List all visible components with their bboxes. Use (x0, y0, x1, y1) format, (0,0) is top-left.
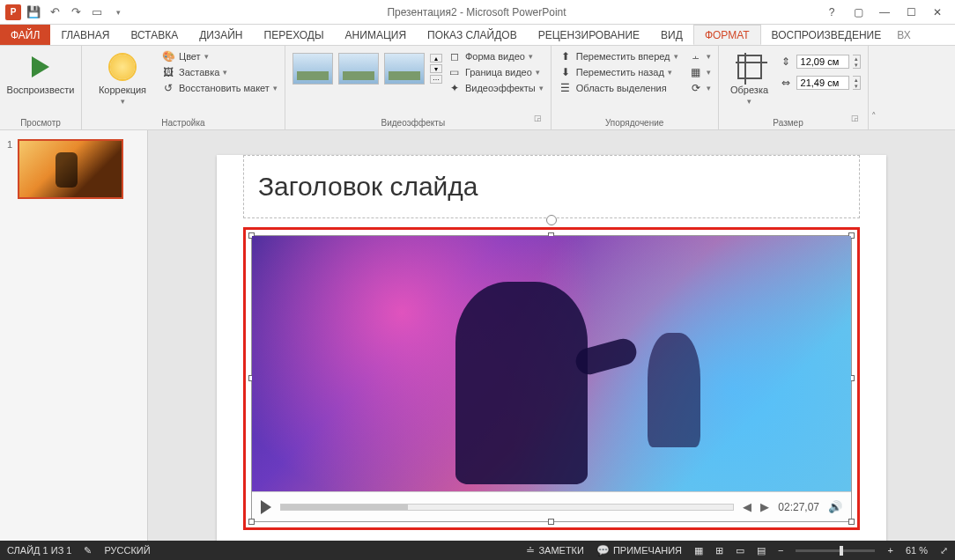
spin-down-icon[interactable]: ▾ (853, 83, 860, 89)
tab-file[interactable]: ФАЙЛ (0, 25, 50, 45)
reset-icon: ↺ (161, 82, 175, 94)
tab-review[interactable]: РЕЦЕНЗИРОВАНИЕ (528, 25, 650, 45)
shape-icon: ◻ (448, 50, 462, 63)
reset-design-label: Восстановить макет (179, 83, 270, 93)
poster-frame-label: Заставка (179, 67, 219, 77)
quick-access-toolbar: P 💾 ↶ ↷ ▭ ▾ (0, 4, 132, 21)
ribbon-options-icon[interactable]: ▢ (848, 4, 869, 21)
style-thumb-1[interactable] (292, 53, 333, 85)
dialog-launcher-icon[interactable]: ◲ (534, 114, 544, 122)
collapse-ribbon-button[interactable]: ˄ (869, 46, 879, 129)
spellcheck-icon[interactable]: ✎ (84, 545, 92, 556)
view-normal-icon[interactable]: ▦ (694, 545, 703, 556)
save-icon[interactable]: 💾 (25, 4, 42, 21)
fit-to-window-icon[interactable]: ⤢ (940, 545, 948, 556)
poster-frame-button[interactable]: 🖼 Заставка ▾ (161, 65, 278, 79)
zoom-out-button[interactable]: − (778, 545, 783, 556)
notes-button[interactable]: ≐ЗАМЕТКИ (526, 544, 584, 556)
resize-handle[interactable] (848, 519, 855, 525)
corrections-label: Коррекция (99, 85, 146, 95)
play-label: Воспроизвести (7, 85, 75, 95)
maximize-icon[interactable]: ☐ (900, 4, 922, 21)
tab-design[interactable]: ДИЗАЙН (189, 25, 253, 45)
view-slideshow-icon[interactable]: ▤ (757, 545, 766, 556)
crop-button[interactable]: Обрезка ▾ (726, 49, 774, 107)
view-reading-icon[interactable]: ▭ (736, 545, 744, 556)
corrections-button[interactable]: Коррекция ▾ (89, 49, 156, 107)
rotate-button[interactable]: ⟳▾ (689, 81, 711, 95)
recolor-button[interactable]: 🎨 Цвет ▾ (161, 49, 278, 63)
height-field[interactable]: ⇕ ▴▾ (779, 55, 861, 69)
style-thumb-3[interactable] (384, 53, 425, 85)
video-object[interactable]: ◀ ▶ 02:27,07 🔊 (251, 235, 852, 522)
redo-icon[interactable]: ↷ (67, 4, 85, 21)
help-icon[interactable]: ? (821, 4, 842, 21)
resize-handle[interactable] (548, 519, 554, 525)
spin-up-icon[interactable]: ▴ (853, 77, 860, 83)
start-slideshow-icon[interactable]: ▭ (88, 4, 106, 21)
tab-playback[interactable]: ВОСПРОИЗВЕДЕНИЕ (761, 25, 892, 45)
gallery-down-icon[interactable]: ▾ (430, 64, 442, 73)
tab-view[interactable]: ВИД (650, 25, 693, 45)
width-field[interactable]: ⇔ ▴▾ (779, 76, 861, 90)
video-shape-button[interactable]: ◻ Форма видео ▾ (448, 49, 544, 63)
slide-canvas[interactable]: Заголовок слайда (217, 155, 886, 541)
qat-customize-icon[interactable]: ▾ (109, 4, 127, 21)
slide-thumbnail-1[interactable]: 1 (7, 139, 140, 199)
undo-icon[interactable]: ↶ (46, 4, 63, 21)
group-size-label: Размер (726, 116, 851, 128)
video-effects-button[interactable]: ✦ Видеоэффекты ▾ (448, 81, 544, 95)
tab-transitions[interactable]: ПЕРЕХОДЫ (254, 25, 335, 45)
tab-format[interactable]: ФОРМАТ (693, 25, 761, 45)
width-input[interactable] (796, 76, 849, 90)
selection-pane-button[interactable]: ☰ Область выделения (559, 81, 678, 95)
video-preview-image (252, 236, 851, 491)
view-sorter-icon[interactable]: ⊞ (715, 545, 723, 556)
tab-animations[interactable]: АНИМАЦИЯ (335, 25, 417, 45)
dialog-launcher-icon[interactable]: ◲ (851, 114, 861, 122)
bring-forward-button[interactable]: ⬆ Переместить вперед ▾ (559, 49, 678, 63)
video-play-button[interactable] (261, 500, 271, 514)
language-indicator[interactable]: РУССКИЙ (104, 545, 150, 556)
title-placeholder[interactable]: Заголовок слайда (243, 155, 860, 218)
reset-design-button[interactable]: ↺ Восстановить макет ▾ (161, 81, 278, 95)
tab-home[interactable]: ГЛАВНАЯ (50, 25, 120, 45)
notes-icon: ≐ (526, 544, 535, 556)
gallery-more-icon[interactable]: ⋯ (430, 75, 442, 84)
slide-indicator[interactable]: СЛАЙД 1 ИЗ 1 (7, 545, 71, 556)
spin-down-icon[interactable]: ▾ (853, 62, 860, 68)
close-icon[interactable]: ✕ (927, 4, 948, 21)
video-border-button[interactable]: ▭ Граница видео ▾ (448, 65, 544, 79)
comments-button[interactable]: 💬ПРИМЕЧАНИЯ (596, 544, 682, 556)
send-backward-button[interactable]: ⬇ Переместить назад ▾ (559, 65, 678, 79)
minimize-icon[interactable]: — (874, 4, 895, 21)
gallery-up-icon[interactable]: ▴ (430, 54, 442, 63)
play-button[interactable]: Воспроизвести (7, 49, 74, 97)
tab-slideshow[interactable]: ПОКАЗ СЛАЙДОВ (417, 25, 528, 45)
video-step-forward-icon[interactable]: ▶ (760, 500, 769, 513)
video-selection-highlight: ◀ ▶ 02:27,07 🔊 (243, 227, 860, 530)
spin-up-icon[interactable]: ▴ (853, 55, 860, 62)
zoom-in-button[interactable]: + (887, 545, 892, 556)
tab-overflow[interactable]: Вх (892, 25, 915, 45)
group-adjust: Коррекция ▾ 🎨 Цвет ▾ 🖼 Заставка ▾ ↺ Восс… (82, 46, 285, 129)
group-video-styles-label: Видеоэффекты (292, 116, 534, 128)
style-thumb-2[interactable] (338, 53, 379, 85)
bring-forward-icon: ⬆ (559, 50, 573, 63)
tab-insert[interactable]: ВСТАВКА (120, 25, 189, 45)
window-controls: ? ▢ — ☐ ✕ (821, 4, 955, 21)
zoom-level[interactable]: 61 % (906, 545, 928, 556)
align-button[interactable]: ⫠▾ (689, 49, 711, 63)
height-input[interactable] (796, 55, 849, 69)
selection-pane-label: Область выделения (576, 83, 667, 93)
rotate-handle[interactable] (546, 215, 557, 225)
slide-edit-area[interactable]: Заголовок слайда (148, 130, 955, 541)
video-step-back-icon[interactable]: ◀ (743, 500, 751, 513)
video-control-bar: ◀ ▶ 02:27,07 🔊 (252, 491, 851, 521)
play-icon (32, 56, 49, 77)
video-seek-track[interactable] (280, 504, 734, 511)
zoom-slider[interactable] (796, 549, 875, 552)
group-objects-button[interactable]: ▦▾ (689, 65, 711, 79)
video-volume-icon[interactable]: 🔊 (828, 500, 842, 513)
resize-handle[interactable] (248, 519, 255, 525)
